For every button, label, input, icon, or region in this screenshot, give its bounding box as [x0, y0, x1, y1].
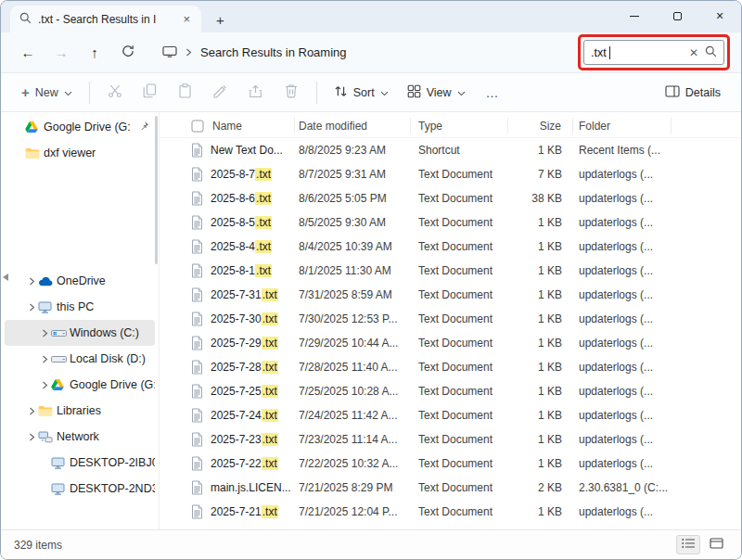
- search-icon[interactable]: [705, 45, 717, 60]
- file-type: Text Document: [411, 337, 508, 350]
- tab-close-button[interactable]: ×: [179, 12, 194, 26]
- sidebar-item-windows-c[interactable]: Windows (C:): [5, 320, 155, 346]
- file-size: 2 KB: [508, 481, 573, 494]
- file-date-modified: 7/24/2025 11:42 A...: [295, 409, 411, 422]
- command-bar: + New Sort View … Details: [1, 73, 741, 112]
- sidebar-item-desktop-2nd3b9[interactable]: DESKTOP-2ND3B9: [5, 476, 155, 502]
- sidebar-item-libraries[interactable]: Libraries: [5, 398, 155, 424]
- file-row[interactable]: 2025-7-24.txt7/24/2025 11:42 A...Text Do…: [160, 403, 741, 427]
- file-row[interactable]: 2025-7-31.txt7/31/2025 8:59 AMText Docum…: [160, 283, 741, 307]
- explorer-window: .txt - Search Results in I × + × ← → ↑ S…: [0, 0, 742, 560]
- file-row[interactable]: main.js.LICEN...7/21/2025 8:29 PMText Do…: [160, 476, 741, 500]
- chevron-down-icon: [457, 86, 466, 99]
- delete-button[interactable]: [275, 79, 307, 107]
- file-row[interactable]: 2025-7-21.txt7/21/2025 12:04 P...Text Do…: [160, 500, 741, 524]
- search-match-highlight: .txt: [262, 457, 278, 470]
- sidebar-item-label: DESKTOP-2ND3B9: [70, 482, 155, 495]
- copy-icon: [143, 83, 157, 101]
- icons-view-button[interactable]: [704, 535, 728, 554]
- file-row[interactable]: 2025-8-7.txt8/7/2025 9:31 AMText Documen…: [160, 162, 741, 186]
- column-date-modified[interactable]: Date modified: [295, 118, 411, 134]
- file-name: 2025-7-25.txt: [211, 385, 278, 398]
- cut-button[interactable]: [99, 79, 131, 107]
- file-row[interactable]: 2025-7-28.txt7/28/2025 11:40 A...Text Do…: [160, 355, 741, 379]
- copy-button[interactable]: [134, 79, 166, 107]
- sidebar-item-this-pc[interactable]: this PC: [5, 294, 155, 320]
- file-row[interactable]: 2025-8-4.txt8/4/2025 10:39 AMText Docume…: [160, 235, 741, 259]
- new-button[interactable]: + New: [14, 80, 80, 105]
- file-size: 1 KB: [508, 361, 573, 374]
- minimize-icon: [630, 16, 639, 17]
- file-date-modified: 7/21/2025 12:04 P...: [295, 505, 411, 518]
- status-bar: 329 items: [1, 529, 741, 559]
- file-row[interactable]: 2025-7-22.txt7/22/2025 10:32 A...Text Do…: [160, 452, 741, 476]
- paste-button[interactable]: [170, 79, 201, 107]
- text-document-icon: [191, 191, 203, 206]
- file-row[interactable]: 2025-7-25.txt7/25/2025 10:28 A...Text Do…: [160, 379, 741, 403]
- select-all-checkbox[interactable]: [191, 120, 204, 133]
- column-type[interactable]: Type: [411, 118, 508, 134]
- file-row[interactable]: 2025-8-1.txt8/1/2025 11:30 AMText Docume…: [160, 259, 741, 283]
- folder-icon: [25, 147, 44, 159]
- rename-button[interactable]: [205, 79, 237, 107]
- details-pane-button[interactable]: Details: [658, 80, 728, 106]
- item-count: 329 items: [14, 539, 62, 552]
- share-button[interactable]: [240, 79, 272, 107]
- minimize-button[interactable]: [613, 1, 656, 31]
- sidebar-scroll-left-arrow[interactable]: [3, 274, 8, 281]
- back-button[interactable]: ←: [12, 39, 44, 67]
- sidebar-item-network[interactable]: Network: [5, 424, 155, 450]
- file-row[interactable]: 2025-8-5.txt8/5/2025 9:30 AMText Documen…: [160, 210, 741, 235]
- search-match-highlight: .txt: [262, 433, 278, 446]
- more-options-button[interactable]: …: [477, 80, 508, 106]
- file-name: 2025-7-22.txt: [211, 457, 278, 470]
- file-row[interactable]: New Text Do...8/8/2025 9:23 AMShortcut1 …: [160, 138, 741, 162]
- panes-view-icon: [710, 538, 723, 552]
- search-match-highlight: .txt: [262, 409, 278, 422]
- new-tab-button[interactable]: +: [211, 12, 230, 28]
- sidebar-item-onedrive[interactable]: OneDrive: [5, 268, 155, 294]
- file-row[interactable]: 2025-7-29.txt7/29/2025 10:44 A...Text Do…: [160, 331, 741, 355]
- breadcrumb[interactable]: Search Results in Roaming: [155, 42, 354, 64]
- tab-search-results[interactable]: .txt - Search Results in I ×: [10, 6, 201, 32]
- column-size[interactable]: Size: [508, 118, 573, 134]
- refresh-button[interactable]: [112, 39, 144, 67]
- sort-button[interactable]: Sort: [326, 80, 396, 106]
- gdrive-icon: [51, 379, 70, 390]
- file-folder: updaterlogs (...: [573, 312, 741, 325]
- details-button-label: Details: [685, 86, 721, 99]
- file-name: 2025-7-24.txt: [211, 409, 278, 422]
- up-button[interactable]: ↑: [79, 39, 110, 67]
- file-row[interactable]: 2025-7-23.txt7/23/2025 11:14 A...Text Do…: [160, 427, 741, 452]
- sidebar-item-google-drive-g[interactable]: Google Drive (G:): [5, 372, 155, 398]
- file-name: 2025-8-4.txt: [211, 240, 272, 253]
- file-type: Text Document: [411, 240, 508, 253]
- details-view-button[interactable]: [676, 535, 700, 554]
- file-name: 2025-8-1.txt: [211, 264, 272, 277]
- file-date-modified: 7/25/2025 10:28 A...: [295, 385, 411, 398]
- search-match-highlight: .txt: [255, 216, 272, 229]
- column-name[interactable]: Name: [160, 118, 295, 134]
- clear-search-button[interactable]: ✕: [685, 46, 702, 59]
- view-button[interactable]: View: [400, 79, 473, 107]
- close-button[interactable]: ×: [698, 1, 741, 31]
- sidebar-item-dxf-viewer[interactable]: dxf viewer: [5, 140, 155, 166]
- maximize-button[interactable]: [656, 1, 698, 31]
- search-input[interactable]: .txt ✕: [583, 40, 724, 65]
- file-type: Text Document: [411, 264, 508, 277]
- sidebar-item-google-drive-g[interactable]: Google Drive (G:: [5, 114, 155, 140]
- file-date-modified: 7/28/2025 11:40 A...: [295, 361, 411, 374]
- sidebar-item-local-disk-d[interactable]: Local Disk (D:): [5, 346, 155, 372]
- file-type: Text Document: [411, 409, 508, 422]
- sidebar-item-label: this PC: [57, 300, 94, 313]
- text-document-icon: [191, 167, 203, 182]
- file-row[interactable]: 2025-7-30.txt7/30/2025 12:53 P...Text Do…: [160, 307, 741, 331]
- sidebar-scrollbar[interactable]: [155, 116, 158, 264]
- search-match-highlight: .txt: [255, 240, 272, 253]
- forward-button[interactable]: →: [45, 39, 77, 67]
- sidebar-item-label: Windows (C:): [70, 326, 139, 339]
- file-row[interactable]: 2025-8-6.txt8/6/2025 5:05 PMText Documen…: [160, 186, 741, 210]
- drive-icon: [51, 354, 70, 364]
- sidebar-item-desktop-2ibj00n[interactable]: DESKTOP-2IBJ00N: [5, 450, 155, 476]
- column-folder[interactable]: Folder: [573, 118, 672, 134]
